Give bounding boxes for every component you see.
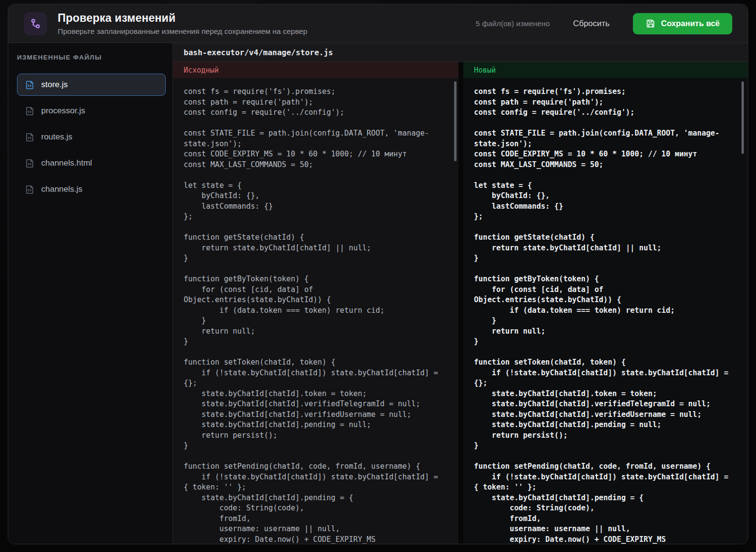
file-code-icon [25,185,34,194]
git-branch-icon [29,17,42,30]
page-subtitle: Проверьте запланированные изменения пере… [58,27,307,36]
sidebar-item-channels-html[interactable]: channels.html [17,152,166,174]
file-name: routes.js [41,132,72,142]
file-code-icon [25,133,34,142]
new-scrollbar-thumb[interactable] [741,81,744,154]
changes-review-window: Проверка изменений Проверьте запланирова… [8,4,748,544]
original-scrollbar-thumb[interactable] [454,81,457,161]
app-badge [24,12,47,35]
sidebar-title: ИЗМЕНЕННЫЕ ФАЙЛЫ [17,54,166,61]
files-changed-count: 5 файл(ов) изменено [476,19,550,28]
changed-files-sidebar: ИЗМЕНЕННЫЕ ФАЙЛЫ store.js [8,43,173,544]
save-all-label: Сохранить всё [661,19,720,28]
file-code-icon [25,159,34,168]
reset-button[interactable]: Сбросить [573,19,610,29]
file-name: channels.html [41,158,92,168]
sidebar-item-processor-js[interactable]: processor.js [17,100,166,122]
file-name: processor.js [41,106,85,116]
new-code-pane[interactable]: const fs = require('fs').promises; const… [463,78,748,544]
sidebar-item-store-js[interactable]: store.js [17,74,166,96]
new-column-header: Новый [463,62,748,78]
sidebar-item-channels-js[interactable]: channels.js [17,178,166,200]
original-column-header: Исходный [173,62,458,78]
file-name: store.js [41,80,68,90]
file-code-icon [25,107,34,116]
new-code: const fs = require('fs').promises; const… [463,78,748,544]
floppy-disk-icon [646,18,656,29]
page-title: Проверка изменений [58,12,307,25]
column-divider [458,62,463,78]
original-code-pane[interactable]: const fs = require('fs').promises; const… [173,78,458,544]
header: Проверка изменений Проверьте запланирова… [8,4,748,43]
sidebar-item-routes-js[interactable]: routes.js [17,126,166,148]
file-name: channels.js [41,184,82,194]
save-all-button[interactable]: Сохранить всё [633,13,732,34]
file-path-bar: bash-executor/v4/manage/store.js [173,43,748,62]
column-divider [458,78,463,544]
original-code: const fs = require('fs').promises; const… [173,78,458,544]
file-code-icon [25,80,34,90]
diff-area: bash-executor/v4/manage/store.js Исходны… [173,43,748,544]
